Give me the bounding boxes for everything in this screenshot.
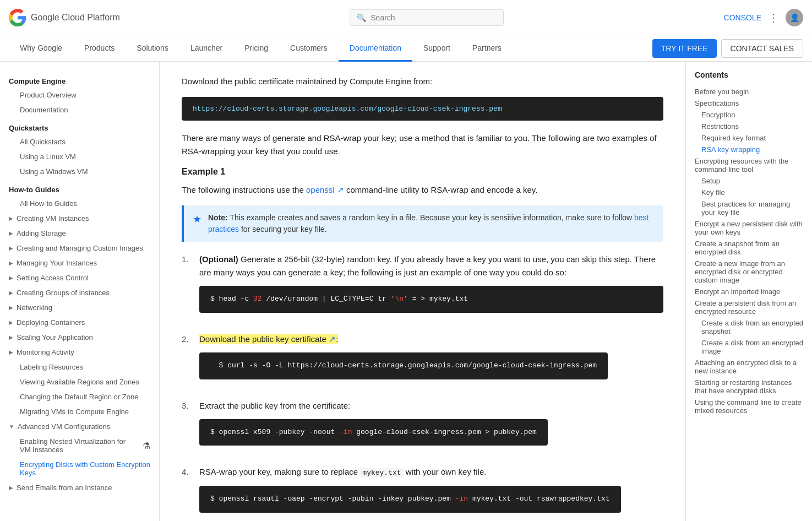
chevron-right-icon3: ▶ bbox=[9, 245, 13, 251]
sidebar-section-howto: How-to Guides bbox=[0, 179, 159, 196]
google-logo-icon bbox=[9, 9, 26, 26]
intro-text: Download the public certificate maintain… bbox=[182, 75, 663, 88]
toc-starting[interactable]: Starting or restarting instances that ha… bbox=[695, 377, 803, 397]
more-options-button[interactable]: ⋮ bbox=[768, 11, 779, 24]
star-icon: ★ bbox=[193, 213, 201, 235]
toc-setup[interactable]: Setup bbox=[695, 175, 803, 187]
top-nav: Google Cloud Platform 🔍 CONSOLE ⋮ 👤 bbox=[0, 0, 812, 35]
right-sidebar-toc: Contents Before you begin Specifications… bbox=[685, 62, 812, 521]
toc-persistent-disk[interactable]: Create a persistent disk from an encrypt… bbox=[695, 297, 803, 317]
chevron-right-icon6: ▶ bbox=[9, 290, 13, 296]
toc-best-practices[interactable]: Best practices for managing your key fil… bbox=[695, 198, 803, 218]
toc-new-image[interactable]: Create a new image from an encrypted dis… bbox=[695, 258, 803, 286]
sidebar-item-send-emails[interactable]: ▶ Send Emails from an Instance bbox=[0, 480, 159, 495]
sidebar-item-creating-vm[interactable]: ▶ Creating VM Instances bbox=[0, 211, 159, 226]
code-block-1: $ head -c 32 /dev/urandom | LC_CTYPE=C t… bbox=[199, 286, 663, 313]
chevron-right-icon9: ▶ bbox=[9, 334, 13, 340]
sidebar-item-regions-zones[interactable]: Viewing Available Regions and Zones bbox=[0, 375, 159, 389]
step2-text-highlighted: Download the public key certificate ↗: bbox=[199, 334, 338, 344]
console-link[interactable]: CONSOLE bbox=[724, 13, 761, 22]
menu-item-products[interactable]: Products bbox=[73, 35, 126, 62]
logo-text: Google Cloud Platform bbox=[31, 13, 120, 23]
chevron-down-icon: ▼ bbox=[9, 424, 14, 430]
toc-encrypting-resources[interactable]: Encrypting resources with the command-li… bbox=[695, 155, 803, 175]
menu-item-support[interactable]: Support bbox=[412, 35, 461, 62]
sidebar-item-windows-vm[interactable]: Using a Windows VM bbox=[0, 164, 159, 179]
sidebar-item-all-quickstarts[interactable]: All Quickstarts bbox=[0, 134, 159, 149]
menu-item-customers[interactable]: Customers bbox=[279, 35, 339, 62]
search-input[interactable] bbox=[370, 13, 497, 22]
toc-specifications[interactable]: Specifications bbox=[695, 97, 803, 109]
try-free-button[interactable]: TRY IT FREE bbox=[652, 39, 717, 58]
toc-rsa-key-wrapping[interactable]: RSA key wrapping bbox=[695, 144, 803, 155]
toc-attaching[interactable]: Attaching an encrypted disk to a new ins… bbox=[695, 357, 803, 377]
toc-key-file[interactable]: Key file bbox=[695, 187, 803, 198]
toc-snapshot[interactable]: Create a snapshot from an encrypted disk bbox=[695, 238, 803, 258]
methods-text: There are many ways of generate and RSA-… bbox=[182, 132, 663, 158]
logo-area: Google Cloud Platform bbox=[9, 9, 130, 26]
chevron-right-icon4: ▶ bbox=[9, 260, 13, 266]
search-box[interactable]: 🔍 bbox=[350, 9, 504, 26]
chevron-right-icon8: ▶ bbox=[9, 319, 13, 325]
steps-list: 1. (Optional) Generate a 256-bit (32-byt… bbox=[182, 253, 663, 521]
example1-desc: The following instructions use the opens… bbox=[182, 183, 663, 197]
menu-item-partners[interactable]: Partners bbox=[461, 35, 513, 62]
openssl-link[interactable]: openssl ↗ bbox=[306, 185, 344, 194]
step-4: 4. RSA-wrap your key, making sure to rep… bbox=[182, 465, 663, 521]
sidebar-section-quickstarts: Quickstarts bbox=[0, 117, 159, 134]
sidebar-item-nested-virt[interactable]: Enabling Nested Virtualization for VM In… bbox=[0, 434, 159, 457]
sidebar-label-nested-virt: Enabling Nested Virtualization for VM In… bbox=[20, 437, 138, 454]
toc-disk-from-snapshot[interactable]: Create a disk from an encrypted snapshot bbox=[695, 317, 803, 337]
best-practices-link[interactable]: best practices bbox=[208, 213, 648, 234]
sidebar-item-migrating[interactable]: Migrating VMs to Compute Engine bbox=[0, 404, 159, 419]
menu-item-documentation[interactable]: Documentation bbox=[339, 35, 412, 62]
sidebar-item-encrypting-disks[interactable]: Encrypting Disks with Custom Encryption … bbox=[0, 457, 159, 480]
avatar[interactable]: 👤 bbox=[786, 9, 803, 26]
toc-encrypt-imported[interactable]: Encrypt an imported image bbox=[695, 286, 803, 297]
main-layout: Compute Engine Product Overview Document… bbox=[0, 62, 812, 521]
sidebar-item-managing-instances[interactable]: ▶ Managing Your Instances bbox=[0, 256, 159, 270]
toc-disk-from-image[interactable]: Create a disk from an encrypted image bbox=[695, 337, 803, 357]
cert-url-block: https://cloud-certs.storage.googleapis.c… bbox=[182, 97, 663, 121]
search-icon: 🔍 bbox=[357, 13, 366, 22]
sidebar-item-labeling[interactable]: Labeling Resources bbox=[0, 360, 159, 375]
sidebar-item-all-howto[interactable]: All How-to Guides bbox=[0, 196, 159, 211]
code-block-4: $ openssl rsautl -oaep -encrypt -pubin -… bbox=[199, 486, 621, 513]
content-area: Download the public certificate maintain… bbox=[160, 62, 685, 521]
sidebar-item-advanced-vm[interactable]: ▼ Advanced VM Configurations bbox=[0, 419, 159, 434]
menu-bar: Why Google Products Solutions Launcher P… bbox=[0, 35, 812, 62]
toc-command-line-mixed[interactable]: Using the command line to create mixed r… bbox=[695, 397, 803, 416]
sidebar-item-groups[interactable]: ▶ Creating Groups of Instances bbox=[0, 285, 159, 300]
menu-item-launcher[interactable]: Launcher bbox=[179, 35, 233, 62]
sidebar-item-documentation[interactable]: Documentation bbox=[0, 102, 159, 117]
sidebar-item-adding-storage[interactable]: ▶ Adding Storage bbox=[0, 226, 159, 241]
sidebar-item-product-overview[interactable]: Product Overview bbox=[0, 88, 159, 102]
sidebar-item-custom-images[interactable]: ▶ Creating and Managing Custom Images bbox=[0, 241, 159, 256]
step-3: 3. Extract the public key from the certi… bbox=[182, 399, 663, 457]
sidebar-item-linux-vm[interactable]: Using a Linux VM bbox=[0, 149, 159, 164]
sidebar-item-scaling[interactable]: ▶ Scaling Your Application bbox=[0, 330, 159, 345]
menu-right-buttons: TRY IT FREE CONTACT SALES bbox=[652, 39, 803, 58]
sidebar-item-containers[interactable]: ▶ Deploying Containers bbox=[0, 315, 159, 330]
sidebar-item-networking[interactable]: ▶ Networking bbox=[0, 300, 159, 315]
toc-encryption[interactable]: Encryption bbox=[695, 109, 803, 121]
toc-restrictions[interactable]: Restrictions bbox=[695, 121, 803, 132]
toc-encrypt-new-disk[interactable]: Encrypt a new persistent disk with your … bbox=[695, 218, 803, 238]
menu-item-solutions[interactable]: Solutions bbox=[126, 35, 179, 62]
sidebar-section-compute-engine: Compute Engine bbox=[0, 70, 159, 88]
sidebar-item-default-region[interactable]: Changing the Default Region or Zone bbox=[0, 389, 159, 404]
sidebar-item-monitoring[interactable]: ▶ Monitoring Activity bbox=[0, 345, 159, 360]
sidebar-item-access-control[interactable]: ▶ Setting Access Control bbox=[0, 270, 159, 285]
chevron-right-icon: ▶ bbox=[9, 215, 13, 221]
toc-before-you-begin[interactable]: Before you begin bbox=[695, 86, 803, 97]
chevron-right-icon11: ▶ bbox=[9, 485, 13, 491]
contact-sales-button[interactable]: CONTACT SALES bbox=[721, 39, 803, 58]
toc-required-key-format[interactable]: Required key format bbox=[695, 132, 803, 144]
step-1: 1. (Optional) Generate a 256-bit (32-byt… bbox=[182, 253, 663, 324]
menu-item-why-google[interactable]: Why Google bbox=[9, 35, 73, 62]
chevron-right-icon2: ▶ bbox=[9, 230, 13, 236]
menu-item-pricing[interactable]: Pricing bbox=[233, 35, 279, 62]
left-sidebar: Compute Engine Product Overview Document… bbox=[0, 62, 160, 521]
note-text: Note: This example creates and saves a r… bbox=[208, 212, 655, 235]
pubkey-link[interactable]: ↗ bbox=[329, 334, 336, 344]
